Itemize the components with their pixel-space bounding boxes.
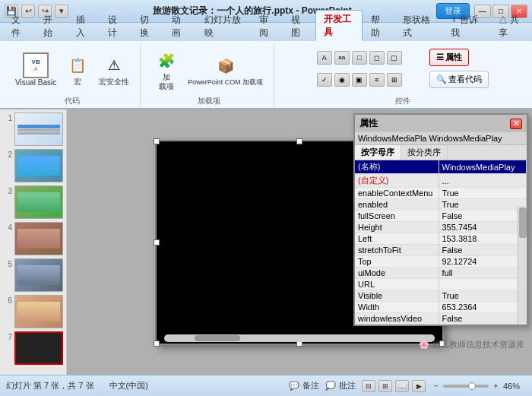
props-row-stretch[interactable]: stretchToFit False	[355, 245, 527, 256]
props-row-visible[interactable]: Visible True	[355, 290, 527, 302]
tab-tellme[interactable]: ♀ 告诉我	[442, 11, 490, 41]
tab-view[interactable]: 视图	[283, 11, 315, 41]
slide-thumb-3[interactable]: 3	[3, 185, 63, 219]
tab-transition[interactable]: 切换	[131, 11, 163, 41]
addins-group-content: 🧩 加载项 📦 PowerPoint COM 加载项	[151, 46, 266, 94]
slide-sorter-icon[interactable]: ⊞	[378, 380, 392, 392]
ctrl-icon-1[interactable]: A	[317, 51, 332, 65]
props-row-uimode[interactable]: uiMode full	[355, 268, 527, 279]
slide-img-3[interactable]	[14, 185, 63, 219]
security-button[interactable]: ⚠ 宏安全性	[96, 52, 132, 88]
props-cell-url-key: URL	[355, 279, 439, 290]
props-row-width[interactable]: Width 653.2364	[355, 302, 527, 313]
notes-label: 备注	[302, 380, 319, 391]
slide-img-5[interactable]	[14, 258, 63, 292]
slide-panel[interactable]: 1 2 3	[0, 109, 67, 375]
tab-design[interactable]: 设计	[100, 11, 131, 41]
props-cell-custom-key: (自定义)	[355, 174, 439, 188]
props-row-url[interactable]: URL	[355, 279, 527, 290]
props-close-button[interactable]: ✕	[510, 119, 522, 129]
pptcom-icon: 📦	[214, 54, 238, 78]
properties-panel: ↓ 属性 ✕ WindowsMediaPla WindowsMediaPlay …	[353, 113, 528, 326]
tab-share[interactable]: △ 共享	[490, 11, 532, 41]
slide-img-7[interactable]	[14, 331, 63, 365]
props-tab-alpha[interactable]: 按字母序	[355, 145, 401, 160]
comments-area[interactable]: 💭 批注	[325, 380, 356, 391]
props-row-left[interactable]: Left 153.3818	[355, 233, 527, 245]
zoom-plus[interactable]: ＋	[492, 380, 500, 391]
handle-tl[interactable]	[154, 138, 160, 144]
tab-animation[interactable]: 动画	[163, 11, 195, 41]
ctrl-icon-6[interactable]: ✓	[317, 73, 332, 87]
props-row-name[interactable]: (名称) WindowsMediaPlay	[355, 160, 527, 174]
props-row-windowless[interactable]: windowlessVideo False	[355, 313, 527, 325]
tab-help[interactable]: 帮助	[363, 11, 394, 41]
slide-thumb-2[interactable]: 2	[3, 149, 63, 182]
props-row-ctx[interactable]: enableContextMenu True	[355, 188, 527, 199]
props-title-bar: 属性 ✕	[355, 115, 527, 132]
tab-home[interactable]: 开始	[35, 11, 67, 41]
pptcom-button[interactable]: 📦 PowerPoint COM 加载项	[185, 52, 266, 88]
props-cell-windowless-key: windowlessVideo	[355, 313, 439, 325]
tab-file[interactable]: 文件	[3, 11, 35, 41]
handle-ml[interactable]	[154, 239, 160, 246]
addins-group-label: 加载项	[198, 96, 220, 106]
props-scrollbar[interactable]	[518, 206, 527, 325]
normal-view-icon[interactable]: ⊟	[362, 380, 375, 392]
ctrl-icon-10[interactable]: ⊞	[387, 73, 402, 87]
tab-developer[interactable]: 开发工具	[315, 10, 363, 41]
slide-thumb-5[interactable]: 5	[3, 258, 63, 292]
tab-insert[interactable]: 插入	[68, 11, 100, 41]
canvas-area: ↓ 属性 ✕ WindowsMediaPla WindowsMediaPlay …	[67, 109, 532, 375]
slide-dark	[16, 333, 62, 363]
slide-num-4: 4	[3, 223, 12, 232]
addin-button[interactable]: 🧩 加载项	[151, 47, 182, 93]
slide-thumb-7[interactable]: 7	[3, 331, 63, 365]
viewcode-button[interactable]: 🔍 查看代码	[429, 71, 489, 88]
handle-tm[interactable]	[296, 138, 302, 144]
status-bar: 幻灯片 第 7 张，共 7 张 中文(中国) 💬 备注 💭 批注 ⊟ ⊞ 📖 ▶…	[0, 375, 532, 396]
code-group-label: 代码	[65, 96, 80, 106]
notes-icon: 💬	[289, 381, 299, 391]
macro-button[interactable]: 📋 宏	[62, 52, 93, 88]
props-cell-top-key: Top	[355, 256, 439, 268]
ctrl-icon-2[interactable]: aa	[334, 51, 350, 65]
ctrl-icon-3[interactable]: □	[352, 51, 367, 65]
slide-img-2[interactable]	[14, 149, 63, 182]
props-row-enabled[interactable]: enabled True	[355, 199, 527, 211]
props-cell-enabled-key: enabled	[355, 199, 439, 211]
slide-thumb-6[interactable]: 6	[3, 295, 63, 328]
props-row-height[interactable]: Height 355.7454	[355, 222, 527, 233]
props-row-custom[interactable]: (自定义) ...	[355, 174, 527, 188]
props-row-top[interactable]: Top 92.12724	[355, 256, 527, 268]
props-cell-windowless-val: False	[439, 313, 527, 325]
props-row-fullscreen[interactable]: fullScreen False	[355, 211, 527, 222]
props-tab-category[interactable]: 按分类序	[401, 145, 448, 160]
reading-view-icon[interactable]: 📖	[395, 380, 409, 392]
notes-area[interactable]: 💬 备注	[289, 380, 319, 391]
zoom-minus[interactable]: －	[432, 380, 440, 391]
ctrl-icon-5[interactable]: ▢	[387, 51, 402, 65]
slide-img-4[interactable]	[14, 222, 63, 255]
zoom-slider[interactable]	[443, 385, 489, 388]
slide-thumb-1[interactable]: 1	[3, 112, 63, 146]
ctrl-icon-7[interactable]: ◉	[334, 73, 350, 87]
ctrl-icon-4[interactable]: ◻	[369, 51, 385, 65]
slide-img-6[interactable]	[14, 295, 63, 328]
tab-review[interactable]: 审阅	[251, 11, 283, 41]
slide-img-1[interactable]	[14, 112, 63, 146]
scroll-horizontal[interactable]	[164, 334, 435, 342]
scroll-thumb[interactable]	[195, 335, 240, 341]
slideshow-icon[interactable]: ▶	[412, 380, 426, 392]
zoom-slider-thumb[interactable]	[468, 382, 476, 390]
tab-shapeformat[interactable]: 形状格式	[394, 11, 442, 41]
props-cell-width-key: Width	[355, 302, 439, 313]
ctrl-icon-9[interactable]: ≡	[369, 73, 385, 87]
ctrl-icon-8[interactable]: ▣	[352, 73, 367, 87]
vba-button[interactable]: VB A Visual Basic	[12, 51, 59, 89]
watermark-text: 幼儿教师信息技术资源库	[432, 339, 524, 350]
handle-bl[interactable]	[154, 341, 160, 347]
props-button[interactable]: ☰ 属性	[429, 49, 469, 66]
tab-slideshow[interactable]: 幻灯片放映	[196, 11, 252, 41]
slide-thumb-4[interactable]: 4	[3, 222, 63, 255]
